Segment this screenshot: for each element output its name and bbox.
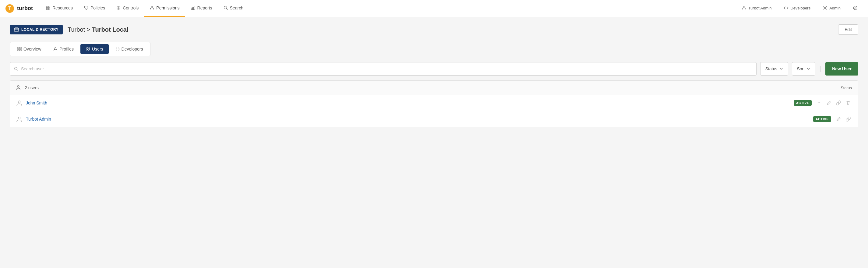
status-chevron-icon — [779, 67, 783, 71]
svg-rect-9 — [194, 6, 195, 10]
breadcrumb: Turbot > Turbot Local — [68, 26, 128, 33]
link-icon[interactable] — [835, 99, 842, 107]
row-actions — [835, 115, 852, 123]
logo-text: turbot — [17, 5, 33, 11]
svg-text:T: T — [8, 6, 11, 11]
svg-rect-14 — [14, 28, 19, 31]
admin-gear-icon — [823, 5, 828, 10]
row-right: ACTIVE — [813, 115, 852, 123]
developers-tab-icon — [116, 47, 120, 51]
svg-rect-7 — [191, 8, 192, 10]
svg-rect-15 — [18, 47, 19, 49]
policies-icon — [84, 5, 89, 10]
status-filter-button[interactable]: Status — [760, 62, 788, 76]
tab-developers[interactable]: Developers — [110, 44, 149, 54]
svg-rect-8 — [192, 7, 193, 10]
svg-rect-5 — [49, 8, 50, 10]
developers-icon — [784, 5, 788, 10]
tab-users[interactable]: Users — [81, 44, 109, 54]
directory-icon — [14, 27, 19, 32]
header-row: LOCAL DIRECTORY Turbot > Turbot Local Ed… — [10, 24, 858, 35]
status-badge: ACTIVE — [794, 100, 812, 106]
edit-button[interactable]: Edit — [838, 24, 858, 35]
user-avatar-icon — [16, 116, 22, 122]
row-left: Turbot Admin — [16, 116, 51, 122]
new-user-button[interactable]: New User — [825, 62, 858, 76]
search-row: Status Sort New User — [10, 62, 858, 76]
nav-item-controls[interactable]: Controls — [111, 0, 144, 17]
local-directory-badge: LOCAL DIRECTORY — [10, 25, 63, 34]
user-link-turbot-admin[interactable]: Turbot Admin — [26, 117, 51, 121]
svg-point-25 — [18, 117, 21, 119]
edit-user-icon[interactable] — [835, 115, 842, 123]
table-header: 2 users Status — [10, 81, 858, 95]
nav-item-resources[interactable]: Resources — [40, 0, 78, 17]
sort-filter-button[interactable]: Sort — [792, 62, 816, 76]
overview-icon — [18, 47, 22, 51]
svg-point-20 — [87, 48, 88, 49]
tab-overview[interactable]: Overview — [12, 44, 46, 54]
nav-item-search[interactable]: Search — [218, 0, 249, 17]
svg-rect-18 — [20, 49, 21, 51]
row-right: ACTIVE — [794, 99, 852, 107]
delete-user-icon[interactable] — [844, 99, 852, 107]
tabs-row: Overview Profiles Users Developers — [10, 42, 151, 56]
nav-item-turbot-admin[interactable]: Turbot Admin — [736, 0, 777, 17]
row-left: John Smith — [16, 100, 47, 106]
reports-icon — [191, 5, 195, 10]
link-icon[interactable] — [844, 115, 852, 123]
search-box[interactable] — [10, 62, 756, 76]
svg-point-13 — [854, 6, 857, 10]
table-row: John Smith ACTIVE — [10, 95, 858, 111]
svg-rect-2 — [46, 6, 48, 8]
nav-item-reports[interactable]: Reports — [185, 0, 218, 17]
svg-point-19 — [55, 48, 56, 49]
svg-point-12 — [825, 7, 826, 9]
profiles-icon — [53, 47, 58, 51]
nav-item-notifications[interactable] — [847, 0, 863, 17]
divider — [820, 66, 820, 72]
nav-item-policies[interactable]: Policies — [78, 0, 111, 17]
tab-profiles[interactable]: Profiles — [48, 44, 79, 54]
svg-point-21 — [89, 48, 90, 49]
svg-rect-17 — [18, 49, 19, 51]
nav-items: Resources Policies Controls Permissions … — [40, 0, 736, 17]
logo[interactable]: T turbot — [5, 4, 33, 13]
svg-point-23 — [18, 86, 19, 87]
resources-icon — [46, 5, 51, 10]
users-icon — [86, 47, 90, 51]
svg-rect-3 — [49, 6, 50, 8]
nav-item-permissions[interactable]: Permissions — [144, 0, 185, 17]
permissions-icon — [150, 5, 154, 10]
user-table: 2 users Status John Smith ACTIVE — [10, 80, 858, 127]
table-row: Turbot Admin ACTIVE — [10, 111, 858, 127]
circle-check-icon — [853, 5, 858, 10]
table-count-row: 2 users — [16, 85, 39, 90]
user-avatar-icon — [16, 100, 22, 106]
users-count-icon — [16, 85, 22, 90]
nav-right: Turbot Admin Developers Admin — [736, 0, 863, 17]
svg-point-11 — [743, 6, 745, 8]
nav-item-admin[interactable]: Admin — [817, 0, 846, 17]
status-column-header: Status — [841, 86, 852, 90]
user-link-john-smith[interactable]: John Smith — [26, 100, 47, 106]
svg-rect-16 — [20, 47, 21, 49]
header-left: LOCAL DIRECTORY Turbot > Turbot Local — [10, 25, 128, 34]
search-input[interactable] — [21, 66, 752, 71]
controls-icon — [116, 5, 121, 10]
top-nav: T turbot Resources Policies Controls Per… — [0, 0, 868, 17]
turbot-logo-icon: T — [5, 4, 14, 13]
move-up-icon[interactable] — [815, 99, 823, 107]
sort-chevron-icon — [806, 67, 810, 71]
svg-point-24 — [18, 101, 21, 103]
user-icon — [742, 5, 746, 10]
nav-item-developers[interactable]: Developers — [778, 0, 816, 17]
row-actions — [815, 99, 852, 107]
edit-user-icon[interactable] — [825, 99, 832, 107]
svg-rect-4 — [46, 8, 48, 10]
svg-point-6 — [151, 6, 153, 8]
main-content: LOCAL DIRECTORY Turbot > Turbot Local Ed… — [0, 17, 868, 268]
status-badge: ACTIVE — [813, 116, 831, 122]
search-icon — [223, 5, 228, 10]
search-box-icon — [14, 66, 19, 71]
